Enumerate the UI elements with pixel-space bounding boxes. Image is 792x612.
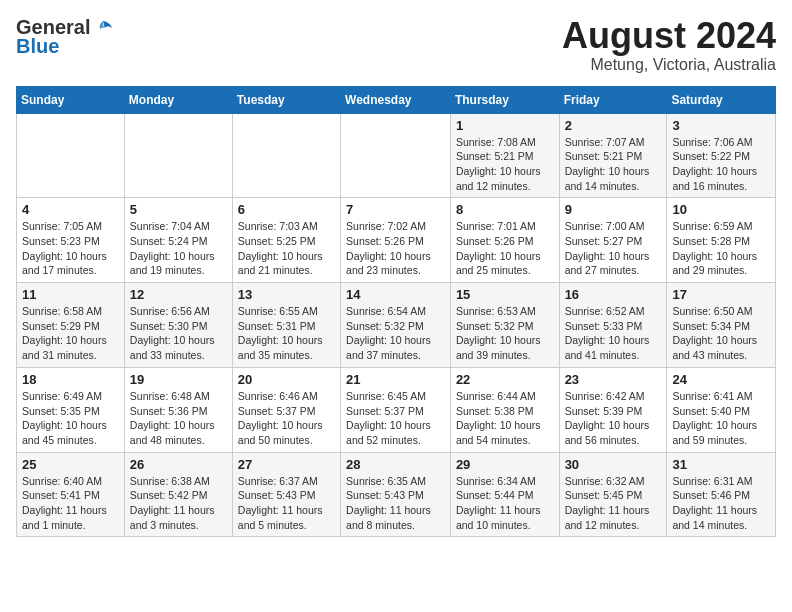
calendar-cell: 26Sunrise: 6:38 AM Sunset: 5:42 PM Dayli…: [124, 452, 232, 537]
calendar-cell: 28Sunrise: 6:35 AM Sunset: 5:43 PM Dayli…: [341, 452, 451, 537]
day-number: 5: [130, 202, 227, 217]
day-number: 22: [456, 372, 554, 387]
day-number: 24: [672, 372, 770, 387]
day-number: 17: [672, 287, 770, 302]
day-number: 13: [238, 287, 335, 302]
calendar-cell: 21Sunrise: 6:45 AM Sunset: 5:37 PM Dayli…: [341, 367, 451, 452]
day-info: Sunrise: 6:31 AM Sunset: 5:46 PM Dayligh…: [672, 474, 770, 533]
day-info: Sunrise: 7:05 AM Sunset: 5:23 PM Dayligh…: [22, 219, 119, 278]
day-info: Sunrise: 6:56 AM Sunset: 5:30 PM Dayligh…: [130, 304, 227, 363]
logo: General Blue: [16, 16, 114, 58]
day-info: Sunrise: 6:48 AM Sunset: 5:36 PM Dayligh…: [130, 389, 227, 448]
calendar-cell: 30Sunrise: 6:32 AM Sunset: 5:45 PM Dayli…: [559, 452, 667, 537]
day-number: 6: [238, 202, 335, 217]
weekday-header-sunday: Sunday: [17, 86, 125, 113]
calendar-cell: 22Sunrise: 6:44 AM Sunset: 5:38 PM Dayli…: [450, 367, 559, 452]
weekday-header-tuesday: Tuesday: [232, 86, 340, 113]
day-info: Sunrise: 7:03 AM Sunset: 5:25 PM Dayligh…: [238, 219, 335, 278]
weekday-header-monday: Monday: [124, 86, 232, 113]
day-info: Sunrise: 7:06 AM Sunset: 5:22 PM Dayligh…: [672, 135, 770, 194]
calendar-cell: 7Sunrise: 7:02 AM Sunset: 5:26 PM Daylig…: [341, 198, 451, 283]
day-number: 23: [565, 372, 662, 387]
day-number: 26: [130, 457, 227, 472]
calendar-cell: 10Sunrise: 6:59 AM Sunset: 5:28 PM Dayli…: [667, 198, 776, 283]
calendar-cell: 17Sunrise: 6:50 AM Sunset: 5:34 PM Dayli…: [667, 283, 776, 368]
logo-text-blue: Blue: [16, 35, 59, 58]
day-info: Sunrise: 6:42 AM Sunset: 5:39 PM Dayligh…: [565, 389, 662, 448]
day-info: Sunrise: 6:49 AM Sunset: 5:35 PM Dayligh…: [22, 389, 119, 448]
calendar-cell: 13Sunrise: 6:55 AM Sunset: 5:31 PM Dayli…: [232, 283, 340, 368]
calendar-cell: [232, 113, 340, 198]
day-number: 7: [346, 202, 445, 217]
calendar-cell: [124, 113, 232, 198]
calendar-week-3: 11Sunrise: 6:58 AM Sunset: 5:29 PM Dayli…: [17, 283, 776, 368]
day-info: Sunrise: 7:07 AM Sunset: 5:21 PM Dayligh…: [565, 135, 662, 194]
title-block: August 2024 Metung, Victoria, Australia: [562, 16, 776, 74]
weekday-header-row: SundayMondayTuesdayWednesdayThursdayFrid…: [17, 86, 776, 113]
calendar-cell: 1Sunrise: 7:08 AM Sunset: 5:21 PM Daylig…: [450, 113, 559, 198]
day-number: 15: [456, 287, 554, 302]
day-number: 12: [130, 287, 227, 302]
day-number: 27: [238, 457, 335, 472]
page-header: General Blue August 2024 Metung, Victori…: [16, 16, 776, 74]
day-number: 19: [130, 372, 227, 387]
calendar-header: SundayMondayTuesdayWednesdayThursdayFrid…: [17, 86, 776, 113]
weekday-header-saturday: Saturday: [667, 86, 776, 113]
calendar-body: 1Sunrise: 7:08 AM Sunset: 5:21 PM Daylig…: [17, 113, 776, 537]
day-number: 21: [346, 372, 445, 387]
logo-bird-icon: [92, 17, 114, 39]
calendar-cell: 19Sunrise: 6:48 AM Sunset: 5:36 PM Dayli…: [124, 367, 232, 452]
day-number: 20: [238, 372, 335, 387]
calendar-cell: 8Sunrise: 7:01 AM Sunset: 5:26 PM Daylig…: [450, 198, 559, 283]
calendar-week-4: 18Sunrise: 6:49 AM Sunset: 5:35 PM Dayli…: [17, 367, 776, 452]
calendar-cell: 6Sunrise: 7:03 AM Sunset: 5:25 PM Daylig…: [232, 198, 340, 283]
day-info: Sunrise: 6:34 AM Sunset: 5:44 PM Dayligh…: [456, 474, 554, 533]
day-info: Sunrise: 6:37 AM Sunset: 5:43 PM Dayligh…: [238, 474, 335, 533]
weekday-header-friday: Friday: [559, 86, 667, 113]
day-number: 28: [346, 457, 445, 472]
day-number: 11: [22, 287, 119, 302]
day-info: Sunrise: 6:53 AM Sunset: 5:32 PM Dayligh…: [456, 304, 554, 363]
page-subtitle: Metung, Victoria, Australia: [562, 56, 776, 74]
day-number: 1: [456, 118, 554, 133]
calendar-cell: [17, 113, 125, 198]
day-info: Sunrise: 7:04 AM Sunset: 5:24 PM Dayligh…: [130, 219, 227, 278]
day-number: 10: [672, 202, 770, 217]
day-info: Sunrise: 6:46 AM Sunset: 5:37 PM Dayligh…: [238, 389, 335, 448]
calendar-week-1: 1Sunrise: 7:08 AM Sunset: 5:21 PM Daylig…: [17, 113, 776, 198]
day-info: Sunrise: 6:54 AM Sunset: 5:32 PM Dayligh…: [346, 304, 445, 363]
day-info: Sunrise: 7:08 AM Sunset: 5:21 PM Dayligh…: [456, 135, 554, 194]
calendar-table: SundayMondayTuesdayWednesdayThursdayFrid…: [16, 86, 776, 538]
page-title: August 2024: [562, 16, 776, 56]
calendar-cell: 25Sunrise: 6:40 AM Sunset: 5:41 PM Dayli…: [17, 452, 125, 537]
day-info: Sunrise: 6:50 AM Sunset: 5:34 PM Dayligh…: [672, 304, 770, 363]
day-number: 3: [672, 118, 770, 133]
day-info: Sunrise: 6:41 AM Sunset: 5:40 PM Dayligh…: [672, 389, 770, 448]
calendar-cell: 31Sunrise: 6:31 AM Sunset: 5:46 PM Dayli…: [667, 452, 776, 537]
calendar-cell: 5Sunrise: 7:04 AM Sunset: 5:24 PM Daylig…: [124, 198, 232, 283]
day-info: Sunrise: 6:38 AM Sunset: 5:42 PM Dayligh…: [130, 474, 227, 533]
day-info: Sunrise: 6:52 AM Sunset: 5:33 PM Dayligh…: [565, 304, 662, 363]
day-number: 9: [565, 202, 662, 217]
calendar-cell: 12Sunrise: 6:56 AM Sunset: 5:30 PM Dayli…: [124, 283, 232, 368]
calendar-cell: 3Sunrise: 7:06 AM Sunset: 5:22 PM Daylig…: [667, 113, 776, 198]
day-info: Sunrise: 7:02 AM Sunset: 5:26 PM Dayligh…: [346, 219, 445, 278]
day-info: Sunrise: 6:35 AM Sunset: 5:43 PM Dayligh…: [346, 474, 445, 533]
calendar-cell: 9Sunrise: 7:00 AM Sunset: 5:27 PM Daylig…: [559, 198, 667, 283]
calendar-cell: 18Sunrise: 6:49 AM Sunset: 5:35 PM Dayli…: [17, 367, 125, 452]
calendar-cell: 23Sunrise: 6:42 AM Sunset: 5:39 PM Dayli…: [559, 367, 667, 452]
day-number: 14: [346, 287, 445, 302]
day-info: Sunrise: 6:44 AM Sunset: 5:38 PM Dayligh…: [456, 389, 554, 448]
calendar-cell: 15Sunrise: 6:53 AM Sunset: 5:32 PM Dayli…: [450, 283, 559, 368]
calendar-cell: [341, 113, 451, 198]
weekday-header-thursday: Thursday: [450, 86, 559, 113]
day-info: Sunrise: 6:58 AM Sunset: 5:29 PM Dayligh…: [22, 304, 119, 363]
weekday-header-wednesday: Wednesday: [341, 86, 451, 113]
calendar-cell: 24Sunrise: 6:41 AM Sunset: 5:40 PM Dayli…: [667, 367, 776, 452]
day-info: Sunrise: 6:45 AM Sunset: 5:37 PM Dayligh…: [346, 389, 445, 448]
day-number: 25: [22, 457, 119, 472]
day-number: 16: [565, 287, 662, 302]
day-info: Sunrise: 6:55 AM Sunset: 5:31 PM Dayligh…: [238, 304, 335, 363]
day-info: Sunrise: 7:00 AM Sunset: 5:27 PM Dayligh…: [565, 219, 662, 278]
day-number: 4: [22, 202, 119, 217]
